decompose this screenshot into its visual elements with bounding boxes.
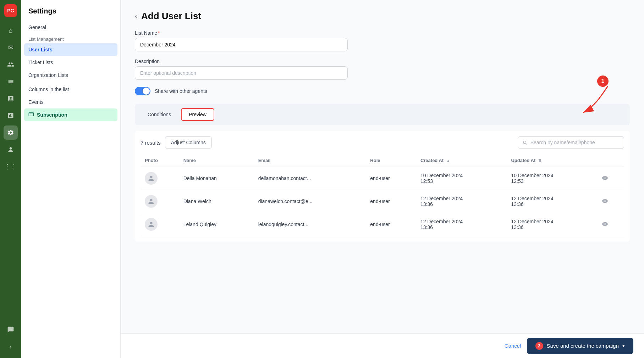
tab-area-container: Conditions Preview 1 — [135, 104, 630, 125]
cell-created-at: 10 December 2024 12:53 — [416, 167, 507, 190]
results-count: 7 results — [141, 140, 161, 146]
avatar — [145, 195, 158, 208]
sort-created-icon[interactable]: ▲ — [446, 158, 450, 163]
cell-updated-at: 12 December 2024 13:36 — [507, 213, 598, 236]
sidebar-item-user-lists[interactable]: User Lists — [24, 43, 117, 56]
settings-title: Settings — [21, 7, 120, 21]
list-name-group: List Name* — [135, 30, 630, 51]
col-photo: Photo — [141, 154, 179, 167]
search-box — [518, 136, 624, 149]
cancel-button[interactable]: Cancel — [505, 343, 521, 349]
col-email: Email — [254, 154, 366, 167]
mail-icon[interactable]: ✉ — [4, 40, 18, 55]
cell-created-at: 12 December 2024 13:36 — [416, 190, 507, 213]
col-updated-at: Updated At ⇅ — [507, 154, 598, 167]
save-campaign-button[interactable]: 2 Save and create the campaign ▾ — [527, 338, 633, 354]
results-section: 7 results Adjust Columns Photo Name Emai… — [135, 131, 630, 242]
back-button[interactable]: ‹ — [135, 12, 137, 20]
sidebar-item-subscription[interactable]: Subscription — [24, 108, 117, 121]
home-icon[interactable]: ⌂ — [4, 23, 18, 38]
cell-updated-at: 10 December 2024 12:53 — [507, 167, 598, 190]
svg-rect-0 — [29, 113, 33, 116]
footer: Cancel 2 Save and create the campaign ▾ — [121, 333, 644, 358]
cell-eye[interactable] — [598, 190, 624, 213]
search-input[interactable] — [530, 140, 620, 145]
dashboard-plus-icon[interactable] — [4, 91, 18, 106]
cell-role: end-user — [366, 190, 416, 213]
share-toggle-row: Share with other agents — [135, 87, 630, 95]
cell-updated-at: 12 December 2024 13:36 — [507, 190, 598, 213]
col-name: Name — [179, 154, 254, 167]
cell-eye[interactable] — [598, 213, 624, 236]
avatar — [145, 218, 158, 231]
list-name-label: List Name* — [135, 30, 630, 36]
sidebar: Settings General List Management User Li… — [21, 0, 121, 358]
apps-icon[interactable]: ⋮⋮ — [4, 160, 18, 174]
table-row: Leland Quigley lelandquigley.contact... … — [141, 213, 624, 236]
share-label: Share with other agents — [155, 88, 207, 94]
adjust-columns-button[interactable]: Adjust Columns — [165, 136, 212, 149]
cell-eye[interactable] — [598, 167, 624, 190]
cell-role: end-user — [366, 167, 416, 190]
sidebar-item-general[interactable]: General — [21, 21, 120, 34]
preview-tab[interactable]: Preview — [181, 108, 214, 121]
description-input[interactable] — [135, 66, 348, 80]
main-content: ‹ Add User List List Name* Description S… — [121, 0, 644, 358]
share-toggle[interactable] — [135, 87, 150, 95]
search-icon — [522, 140, 528, 145]
table-row: Della Monahan dellamonahan.contact... en… — [141, 167, 624, 190]
cell-photo — [141, 167, 179, 190]
sort-updated-icon[interactable]: ⇅ — [538, 158, 541, 163]
team-icon[interactable] — [4, 142, 18, 157]
expand-icon[interactable]: › — [4, 340, 18, 354]
page-container: ‹ Add User List List Name* Description S… — [121, 0, 644, 333]
table-header-row: Photo Name Email Role Created At ▲ Updat… — [141, 154, 624, 167]
cell-email: dellamonahan.contact... — [254, 167, 366, 190]
cell-name: Leland Quigley — [179, 213, 254, 236]
sidebar-item-org-lists[interactable]: Organization Lists — [21, 69, 120, 82]
cell-photo — [141, 213, 179, 236]
table-row: Diana Welch dianawelch.contact@e... end-… — [141, 190, 624, 213]
tab-section: Conditions Preview — [135, 104, 630, 125]
cell-name: Diana Welch — [179, 190, 254, 213]
save-dropdown-icon[interactable]: ▾ — [622, 343, 625, 348]
col-role: Role — [366, 154, 416, 167]
sidebar-item-ticket-lists[interactable]: Ticket Lists — [21, 56, 120, 69]
page-title: Add User List — [141, 11, 201, 22]
analytics-icon[interactable] — [4, 108, 18, 123]
toggle-knob — [143, 88, 150, 95]
app-logo: PC — [4, 4, 17, 17]
avatar — [145, 172, 158, 185]
cell-photo — [141, 190, 179, 213]
icon-bar: PC ⌂ ✉ ⋮⋮ › — [0, 0, 21, 358]
cell-created-at: 12 December 2024 13:36 — [416, 213, 507, 236]
list-management-section: List Management — [21, 34, 120, 43]
col-created-at: Created At ▲ — [416, 154, 507, 167]
sidebar-item-columns[interactable]: Columns in the list — [21, 83, 120, 96]
description-group: Description — [135, 58, 630, 80]
col-actions — [598, 154, 624, 167]
save-label: Save and create the campaign — [547, 343, 619, 349]
cell-email: lelandquigley.contact... — [254, 213, 366, 236]
list-icon[interactable] — [4, 74, 18, 89]
description-label: Description — [135, 58, 630, 64]
list-name-input[interactable] — [135, 38, 348, 51]
page-header: ‹ Add User List — [135, 11, 630, 22]
settings-icon[interactable] — [4, 125, 18, 140]
cell-email: dianawelch.contact@e... — [254, 190, 366, 213]
contacts-icon[interactable] — [4, 57, 18, 72]
conditions-tab[interactable]: Conditions — [141, 109, 178, 120]
results-header: 7 results Adjust Columns — [141, 136, 624, 149]
cell-name: Della Monahan — [179, 167, 254, 190]
chat-icon[interactable] — [4, 323, 18, 337]
sidebar-item-events[interactable]: Events — [21, 96, 120, 108]
cell-role: end-user — [366, 213, 416, 236]
data-table: Photo Name Email Role Created At ▲ Updat… — [141, 154, 624, 236]
save-badge: 2 — [535, 342, 543, 350]
